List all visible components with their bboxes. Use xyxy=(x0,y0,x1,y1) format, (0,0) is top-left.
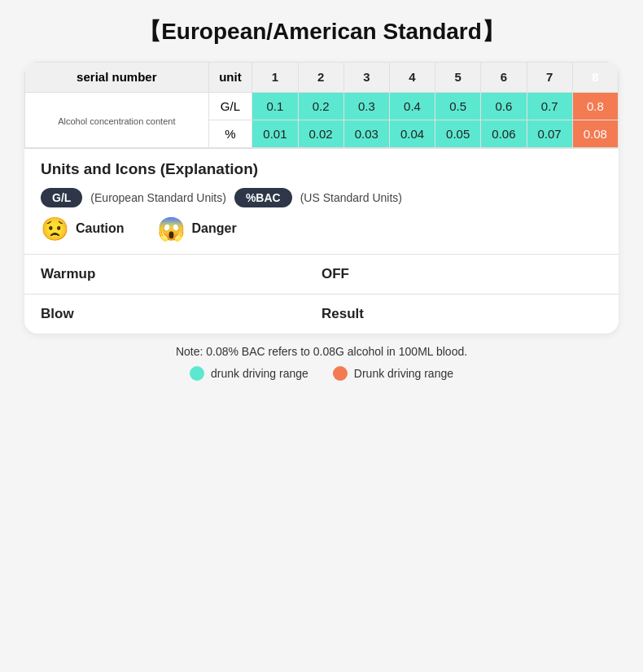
danger-icon: 😱 xyxy=(157,216,186,242)
page-title: 【European/American Standard】 xyxy=(138,16,505,47)
bac-label: (US Standard Units) xyxy=(300,191,402,204)
header-col-8: 8 xyxy=(572,63,618,93)
legend-row: drunk driving range Drunk driving range xyxy=(190,366,453,381)
teal-dot xyxy=(190,366,204,381)
danger-item: 😱 Danger xyxy=(157,216,237,242)
bac-badge: %BAC xyxy=(234,188,292,207)
cell-pct-4: 0.04 xyxy=(389,120,435,147)
legend-teal: drunk driving range xyxy=(190,366,308,381)
orange-label: Drunk driving range xyxy=(354,367,453,380)
unit-pct: % xyxy=(208,120,252,147)
header-col-5: 5 xyxy=(435,63,481,93)
cell-pct-2: 0.02 xyxy=(298,120,343,147)
concentration-table: serial number unit 1 2 3 4 5 6 7 8 Alcoh… xyxy=(24,62,619,148)
caution-label: Caution xyxy=(76,221,125,236)
caution-item: 😟 Caution xyxy=(41,216,125,242)
icons-row: 😟 Caution 😱 Danger xyxy=(41,216,602,242)
blow-row: Blow Result xyxy=(24,294,619,334)
result-label: Result xyxy=(322,306,602,322)
header-col-6: 6 xyxy=(481,63,527,93)
explanation-title: Units and Icons (Explanation) xyxy=(41,160,602,178)
warmup-row: Warmup OFF xyxy=(24,254,619,294)
warmup-label: Warmup xyxy=(41,266,322,282)
legend-orange: Drunk driving range xyxy=(333,366,453,381)
cell-gl-5: 0.5 xyxy=(435,92,481,120)
cell-pct-6: 0.06 xyxy=(481,120,527,147)
header-col-7: 7 xyxy=(527,63,572,93)
gl-badge: G/L xyxy=(41,188,82,207)
header-unit: unit xyxy=(208,63,252,93)
cell-pct-5: 0.05 xyxy=(435,120,481,147)
cell-pct-8: 0.08 xyxy=(572,120,618,147)
cell-gl-1: 0.1 xyxy=(252,92,298,120)
cell-pct-3: 0.03 xyxy=(343,120,389,147)
danger-label: Danger xyxy=(192,221,237,236)
orange-dot xyxy=(333,366,348,381)
header-col-4: 4 xyxy=(389,63,435,93)
main-card: serial number unit 1 2 3 4 5 6 7 8 Alcoh… xyxy=(24,62,619,334)
header-col-2: 2 xyxy=(298,63,343,93)
gl-label: (European Standard Units) xyxy=(90,191,226,204)
cell-gl-7: 0.7 xyxy=(527,92,572,120)
cell-gl-2: 0.2 xyxy=(298,92,343,120)
unit-gl: G/L xyxy=(208,92,252,120)
cell-gl-6: 0.6 xyxy=(481,92,527,120)
row-label: Alcohol concentration content xyxy=(25,92,209,147)
header-col-3: 3 xyxy=(343,63,389,93)
blow-label: Blow xyxy=(41,306,322,322)
teal-label: drunk driving range xyxy=(211,367,308,380)
cell-gl-3: 0.3 xyxy=(343,92,389,120)
cell-gl-8: 0.8 xyxy=(572,92,618,120)
caution-icon: 😟 xyxy=(41,216,69,242)
cell-gl-4: 0.4 xyxy=(389,92,435,120)
explanation-section: Units and Icons (Explanation) G/L (Europ… xyxy=(24,148,619,254)
warmup-value: OFF xyxy=(322,266,602,282)
units-row: G/L (European Standard Units) %BAC (US S… xyxy=(41,188,602,207)
header-col-1: 1 xyxy=(252,63,298,93)
cell-pct-1: 0.01 xyxy=(252,120,298,147)
note-text: Note: 0.08% BAC refers to 0.08G alcohol … xyxy=(176,345,467,358)
cell-pct-7: 0.07 xyxy=(527,120,572,147)
header-serial: serial number xyxy=(25,63,209,93)
